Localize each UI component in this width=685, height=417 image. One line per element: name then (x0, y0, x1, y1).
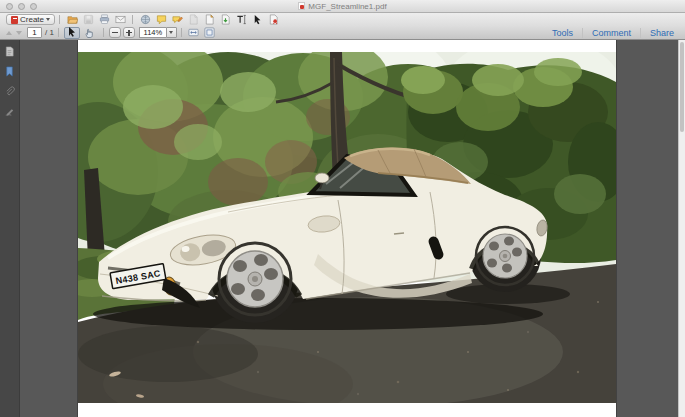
pdf-file-icon (298, 2, 305, 10)
zoom-level-value[interactable]: 114% (139, 27, 166, 38)
zoom-dropdown-button[interactable] (166, 27, 177, 38)
scrollbar-thumb[interactable] (680, 42, 684, 132)
maximize-button[interactable] (30, 3, 37, 10)
chevron-down-icon (169, 31, 173, 34)
bookmarks-icon (4, 66, 15, 77)
print-icon[interactable] (98, 14, 111, 25)
toolbar-separator (59, 15, 60, 24)
toolbar-separator (103, 28, 104, 37)
email-icon[interactable] (114, 14, 127, 25)
insert-pages-icon[interactable] (187, 14, 200, 25)
organize-pages-icon[interactable] (203, 14, 216, 25)
close-button[interactable] (6, 3, 13, 10)
zoom-in-icon (126, 30, 132, 36)
globe-icon[interactable] (139, 14, 152, 25)
signatures-button[interactable] (3, 105, 16, 117)
page-total-label: / 1 (45, 28, 54, 37)
open-file-icon[interactable] (66, 14, 79, 25)
acrobat-window: MGF_Streamline1.pdf Create (0, 0, 685, 417)
selection-tool-icon (67, 27, 77, 38)
previous-page-icon (6, 31, 12, 35)
create-icon (11, 16, 18, 24)
vertical-scrollbar[interactable] (678, 40, 685, 417)
front-wheel (219, 243, 291, 315)
page-thumbnails-icon (4, 46, 15, 57)
share-button[interactable]: Share (640, 28, 683, 38)
zoom-in-button[interactable] (123, 27, 135, 38)
primary-toolbar: Create (0, 13, 685, 26)
save-file-icon[interactable] (82, 14, 95, 25)
signature-pen-icon (4, 106, 15, 117)
bookmarks-button[interactable] (3, 65, 16, 77)
create-button[interactable]: Create (6, 14, 55, 25)
comment-pencil-icon[interactable] (171, 14, 184, 25)
tools-button[interactable]: Tools (543, 28, 582, 38)
zoom-out-button[interactable] (109, 27, 121, 38)
car-photo: N438 SAC (78, 52, 616, 403)
sticky-note-icon[interactable] (155, 14, 168, 25)
page-thumbnails-button[interactable] (3, 45, 16, 57)
window-controls (6, 3, 37, 10)
hand-tool-icon (84, 27, 95, 38)
next-page-button[interactable] (14, 28, 24, 38)
window-title: MGF_Streamline1.pdf (298, 2, 386, 11)
window-titlebar: MGF_Streamline1.pdf (0, 0, 685, 13)
next-page-icon (16, 31, 22, 35)
hand-tool-button[interactable] (82, 27, 98, 39)
toolbar-separator (132, 15, 133, 24)
toolbar-separator (58, 28, 59, 37)
selection-tool-button[interactable] (64, 27, 80, 39)
toolbar-separator (181, 28, 182, 37)
zoom-out-icon (112, 32, 118, 34)
export-pdf-icon[interactable] (219, 14, 232, 25)
zoom-level-control: 114% (139, 27, 177, 38)
sign-document-icon[interactable] (267, 14, 280, 25)
comment-button[interactable]: Comment (582, 28, 640, 38)
rear-wheel (476, 227, 534, 285)
secondary-toolbar: / 1 114% Tools Comment Share (0, 26, 685, 40)
select-object-icon[interactable] (251, 14, 264, 25)
previous-page-button[interactable] (4, 28, 14, 38)
panel-buttons: Tools Comment Share (543, 26, 683, 40)
paperclip-icon (4, 86, 15, 97)
page-number-input[interactable] (27, 27, 42, 38)
document-area: N438 SAC (0, 40, 685, 417)
chevron-down-icon (46, 18, 50, 21)
minimize-button[interactable] (18, 3, 25, 10)
navigation-pane (0, 40, 20, 417)
fit-width-icon[interactable] (187, 27, 200, 38)
create-button-label: Create (20, 15, 44, 24)
edit-text-icon[interactable] (235, 14, 248, 25)
window-title-text: MGF_Streamline1.pdf (308, 2, 386, 11)
fit-page-icon[interactable] (203, 27, 216, 38)
attachments-button[interactable] (3, 85, 16, 97)
pdf-page: N438 SAC (78, 40, 616, 417)
